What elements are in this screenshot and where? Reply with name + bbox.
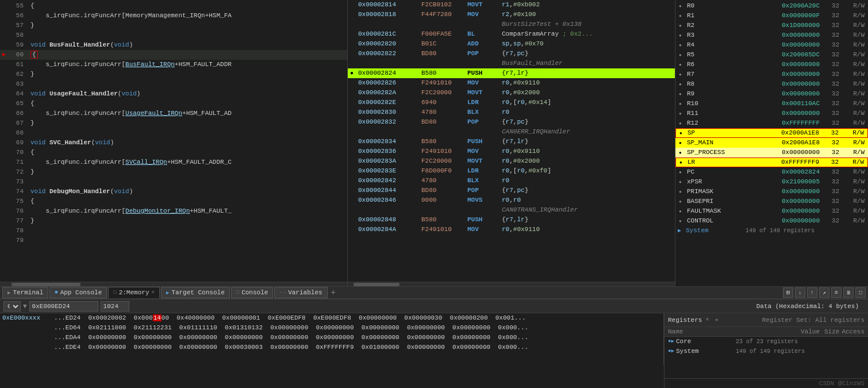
disasm-bullet-s2 <box>350 59 358 68</box>
code-line-64: 64 void UsageFault_Handler(void) <box>0 89 347 99</box>
memory-format-select[interactable]: 0x <box>3 301 21 312</box>
line-content-63 <box>28 79 347 89</box>
tab-terminal[interactable]: ▶ Terminal <box>2 287 48 298</box>
line-content-58 <box>28 30 347 40</box>
reg-value-xpsr: 0x21000005 <box>744 177 824 187</box>
tab-terminal-label: Terminal <box>13 289 43 296</box>
disasm-section-can0err: CAN0ERR_IRQHandler <box>348 127 675 137</box>
reg-row-r2: ● R2 0x1D000000 32 R/W <box>675 21 868 30</box>
tab-app-console[interactable]: ■ App Console <box>49 287 107 298</box>
reg-bullet-r5: ● <box>679 50 687 60</box>
breakpoint-69 <box>0 138 8 148</box>
disasm-line-1: 0x00002814 F2CB0102 MOVT r1,#0xb002 <box>348 0 675 10</box>
disasm-ops-s2: BusFault_Handler <box>502 59 673 68</box>
toolbar-btn-7[interactable]: □ <box>855 287 866 298</box>
toolbar-btn-1[interactable]: ⊞ <box>783 287 793 298</box>
registers-panel-header: Registers × + Register Set: All register… <box>665 313 868 327</box>
tab-variables[interactable]: ·· Variables <box>274 287 327 298</box>
reg-panel-toolbar: Register Set: All registers <box>762 317 865 324</box>
reg-name-r3: R3 <box>687 30 744 40</box>
code-line-68: 68 <box>0 128 347 138</box>
tab-memory[interactable]: □ 2:Memory × <box>108 287 160 298</box>
rb-name-core: Core <box>676 337 733 347</box>
registers-panel-title: Registers <box>668 317 702 324</box>
disasm-addr-5: 0x00002820 <box>358 39 421 49</box>
code-line-76: 76 s_irqFunc.irqFuncArr[DebugMonitor_IRQ… <box>0 206 347 216</box>
disasm-mnem-21: MOVS <box>467 195 502 205</box>
disasm-addr-15: 0x00002834 <box>358 137 421 147</box>
toolbar-btn-2[interactable]: ↓ <box>795 287 805 298</box>
disasm-ops-17: r0,#0x2000 <box>502 156 673 166</box>
code-line-78: 78 <box>0 226 347 236</box>
line-num-68: 68 <box>8 128 28 138</box>
reg-access-r12: R/W <box>842 118 865 128</box>
reg-size-r10: 32 <box>824 99 842 109</box>
breakpoint-78 <box>0 226 8 236</box>
disasm-bullet-s4 <box>350 205 358 215</box>
tab-target-console[interactable]: ▶ Target Console <box>161 287 230 298</box>
disasm-mnem-23: PUSH <box>467 215 502 225</box>
disasm-ops-s1: BurstSizeTest + 0x138 <box>502 20 673 29</box>
disasm-line-18: 0x0000283E F8D000F0 LDR r0,[r0,#0xf0] <box>348 166 675 176</box>
tab-console[interactable]: □ Console <box>231 287 274 298</box>
line-num-77: 77 <box>8 216 28 226</box>
disasm-line-12: 0x00002830 4780 BLX r0 <box>348 107 675 117</box>
disasm-bytes-21: 0000 <box>421 195 467 205</box>
tab-add-button[interactable]: + <box>329 288 338 297</box>
reg-access-lr: R/W <box>841 157 864 167</box>
reg-value-r7: 0x00000000 <box>744 70 824 79</box>
disasm-addr-23: 0x00002848 <box>358 215 421 225</box>
code-area[interactable]: 55 { 56 s_irqFunc.irqFuncArr[MemoryManag… <box>0 0 347 282</box>
toolbar-btn-4[interactable]: ↗ <box>819 287 829 298</box>
target-console-icon: ▶ <box>166 290 169 296</box>
reg-bottom-area[interactable]: ●▶ Core 23 of 23 registers ●▶ System 149… <box>665 337 868 378</box>
reg-access-xpsr: R/W <box>842 177 865 187</box>
disasm-ops-5: sp,sp,#0x70 <box>502 39 673 49</box>
registers-area[interactable]: ● R0 0x2000A20C 32 R/W ● R1 0x0000000F 3… <box>675 0 868 286</box>
line-content-72: } <box>28 167 347 177</box>
code-line-77: 77 } <box>0 216 347 226</box>
code-line-56: 56 s_irqFunc.irqFuncArr[MemoryManagement… <box>0 11 347 21</box>
registers-panel-close[interactable]: × <box>705 317 709 323</box>
reg-bullet-r1: ● <box>679 11 687 21</box>
source-horizontal-scrollbar[interactable] <box>0 282 347 286</box>
reg-name-r10: R10 <box>687 99 744 109</box>
reg-name-xpsr: xPSR <box>687 177 744 187</box>
disasm-mnem-12: BLX <box>467 107 502 117</box>
disasm-horizontal-scrollbar[interactable] <box>348 282 675 286</box>
disasm-line-6: 0x00002822 BD80 POP {r7,pc} <box>348 49 675 59</box>
reg-name-pc: PC <box>687 167 744 177</box>
registers-panel-plus[interactable]: + <box>715 317 719 324</box>
memory-data-panel[interactable]: 0xE000xxxx ...ED24 0x00020002 0x0001400 … <box>0 313 664 365</box>
disasm-addr-s3 <box>358 127 421 137</box>
toolbar-btn-3[interactable]: ↑ <box>807 287 817 298</box>
reg-name-r4: R4 <box>687 40 744 50</box>
disasm-bytes-4: F000FA5E <box>421 29 467 39</box>
memory-row-4: ...EDE4 0x00000000 0x00000000 0x00000000… <box>0 343 663 352</box>
line-content-70: { <box>28 148 347 157</box>
reg-name-r8: R8 <box>687 79 744 89</box>
code-line-63: 63 <box>0 79 347 89</box>
disasm-line-21: 0x00002846 0000 MOVS r0,r0 <box>348 195 675 205</box>
reg-size-r3: 32 <box>824 30 842 40</box>
line-content-69: void SVC_Handler(void) <box>28 138 347 148</box>
memory-size-input[interactable] <box>101 301 129 312</box>
reg-access-r4: R/W <box>842 40 865 50</box>
disasm-ops-12: r0 <box>502 107 673 117</box>
disasm-bullet-15 <box>350 137 358 147</box>
toolbar-btn-5[interactable]: ≡ <box>831 287 842 298</box>
line-num-67: 67 <box>8 118 28 128</box>
reg-value-primask: 0x00000000 <box>744 187 824 197</box>
source-scrollbar-thumb[interactable] <box>11 283 80 286</box>
reg-name-system: System <box>686 226 743 236</box>
disasm-area[interactable]: 0x00002814 F2CB0102 MOVT r1,#0xb002 0x00… <box>348 0 675 282</box>
reg-name-r5: R5 <box>687 50 744 60</box>
reg-bottom-row-system: ●▶ System 149 of 149 registers <box>665 347 868 356</box>
disasm-line-11: 0x0000282E 6940 LDR r0,[r0,#0x14] <box>348 98 675 107</box>
tab-console-label: Console <box>241 289 268 296</box>
disasm-scrollbar-thumb[interactable] <box>354 283 400 286</box>
toolbar-btn-6[interactable]: ≣ <box>843 287 854 298</box>
reg-name-control: CONTROL <box>687 216 744 226</box>
memory-address-input[interactable] <box>29 301 98 312</box>
tab-memory-close[interactable]: × <box>151 290 154 295</box>
